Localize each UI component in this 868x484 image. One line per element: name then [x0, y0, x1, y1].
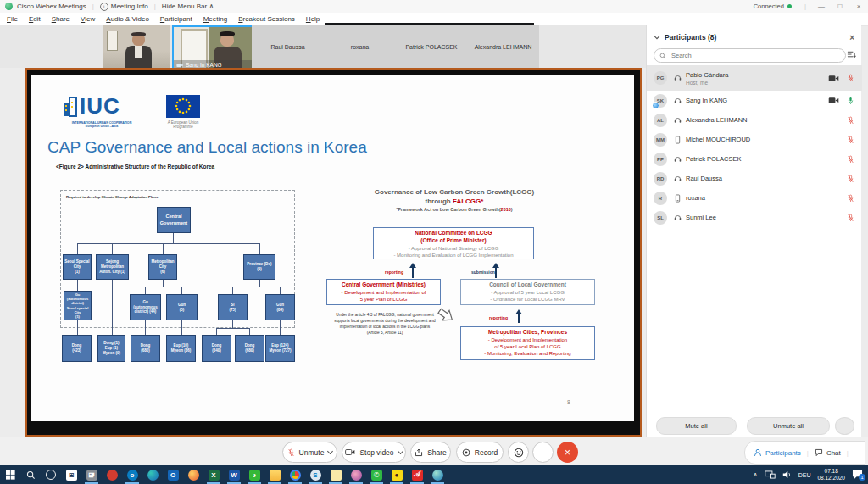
mic-muted-icon[interactable]: [847, 213, 854, 223]
share-button[interactable]: Share: [410, 442, 451, 463]
participant-row[interactable]: PG Pablo Gándara Host, me: [647, 65, 862, 91]
taskbar-icon-kakaotalk[interactable]: ●: [387, 465, 407, 484]
participant-tile[interactable]: Raul Daussa: [252, 25, 325, 68]
search-box[interactable]: [654, 48, 846, 63]
camera-icon: [176, 63, 183, 68]
hide-menu-bar-button[interactable]: Hide Menu Bar ∧: [162, 3, 214, 10]
taskbar-search-button[interactable]: [20, 465, 41, 484]
tray-clock[interactable]: 07:18 08.12.2020: [817, 468, 845, 482]
search-input[interactable]: [670, 51, 817, 60]
taskbar-icon-wechat[interactable]: ◕: [244, 465, 264, 484]
taskbar-icon-app-red[interactable]: [102, 465, 122, 484]
footer-more-button[interactable]: ···: [854, 448, 862, 457]
participant-row[interactable]: SK Sang In KANG: [647, 91, 862, 110]
participant-tile[interactable]: Patrick POLACSEK: [396, 25, 468, 68]
panel-more-button[interactable]: ···: [835, 417, 854, 435]
participant-row[interactable]: RD Raul Daussa: [647, 169, 862, 188]
participants-panel: Participants (8) × PG Pablo Gándara Host…: [646, 25, 861, 437]
unmute-all-button[interactable]: Unmute all: [747, 417, 830, 435]
participant-row[interactable]: R roxana: [647, 188, 862, 208]
lcgg-title-line2: through FALCGG*: [310, 197, 598, 205]
chevron-down-icon[interactable]: [654, 34, 660, 41]
more-options-button[interactable]: ···: [532, 442, 554, 463]
participants-toggle-button[interactable]: Participants: [754, 448, 801, 457]
taskbar-icon-chrome[interactable]: [285, 465, 305, 484]
mic-muted-icon[interactable]: [847, 154, 854, 164]
menu-breakout-sessions[interactable]: Breakout Sessions: [238, 15, 295, 23]
mic-muted-icon[interactable]: [847, 193, 854, 203]
reactions-button[interactable]: [508, 442, 529, 463]
tray-chevron-up-icon[interactable]: ∧: [754, 471, 758, 478]
panel-close-icon[interactable]: ×: [849, 33, 854, 42]
taskbar-icon-outlook[interactable]: O: [163, 465, 183, 484]
meeting-info-button[interactable]: Meeting Info: [111, 3, 148, 10]
mic-muted-icon[interactable]: [847, 115, 854, 125]
leave-meeting-button[interactable]: ×: [557, 442, 578, 463]
smiley-icon: [514, 448, 524, 458]
taskbar-icon-whatsapp[interactable]: ✆: [366, 465, 387, 484]
lcgg-title-line1: Governance of Low Carbon Green Growth(LC…: [310, 188, 598, 196]
avatar: MM: [654, 133, 667, 147]
participant-row[interactable]: PP Patrick POLACSEK: [647, 149, 862, 169]
menu-help[interactable]: Help: [306, 15, 320, 23]
close-button[interactable]: ×: [849, 3, 868, 10]
record-button[interactable]: Record: [456, 442, 504, 463]
maximize-button[interactable]: □: [831, 3, 849, 10]
participant-row[interactable]: SL Sunmi Lee: [647, 208, 862, 227]
taskbar-icon-edge[interactable]: [142, 465, 163, 484]
camera-on-icon[interactable]: [828, 75, 839, 82]
menu-audio-video[interactable]: Audio & Video: [106, 15, 149, 23]
taskbar-icon-file-explorer[interactable]: [264, 465, 285, 484]
camera-on-icon[interactable]: [828, 97, 839, 104]
chat-toggle-button[interactable]: Chat: [815, 448, 841, 457]
taskbar-icon-webex[interactable]: [427, 465, 448, 484]
taskbar-icon-acrobat[interactable]: 𝒜: [407, 465, 427, 484]
participant-row[interactable]: AL Alexandra LEHMANN: [647, 110, 862, 130]
taskbar-icon-word[interactable]: W: [224, 465, 244, 484]
tray-language-indicator[interactable]: DEU: [798, 472, 811, 478]
taskbar-icon-store[interactable]: ⊞: [61, 465, 81, 484]
taskbar-icon-skype[interactable]: S: [305, 465, 326, 484]
taskbar-icon-paint-3d[interactable]: [346, 465, 366, 484]
cortana-button[interactable]: [41, 465, 61, 484]
chat-icon: [815, 448, 823, 457]
video-thumbnail-active-speaker[interactable]: Sang In KANG: [172, 25, 253, 71]
org-connector: [216, 328, 217, 335]
mic-muted-icon[interactable]: [847, 135, 854, 145]
notification-center-button[interactable]: 1: [852, 470, 863, 480]
unmute-button[interactable]: Unmute: [282, 442, 337, 463]
lcgg-council-box: Council of Local Government - Approval o…: [460, 279, 595, 305]
menu-share[interactable]: Share: [52, 15, 70, 23]
national-committee-item1: - Approval of National Strategy of LCGG: [374, 245, 533, 252]
menu-edit[interactable]: Edit: [29, 15, 41, 23]
mute-all-button[interactable]: Mute all: [656, 417, 737, 435]
participant-tile[interactable]: Alexandra LEHMANN: [467, 25, 540, 68]
minimize-button[interactable]: —: [812, 3, 831, 10]
video-thumbnail-host[interactable]: [103, 25, 171, 68]
participant-tile[interactable]: roxana: [324, 25, 397, 68]
menu-meeting[interactable]: Meeting: [203, 15, 227, 23]
mic-on-icon[interactable]: [847, 96, 854, 106]
tray-speaker-icon[interactable]: [782, 470, 792, 479]
tray-network-icon[interactable]: [765, 470, 776, 479]
mic-muted-icon[interactable]: [847, 174, 854, 184]
taskbar-icon-firefox[interactable]: [183, 465, 203, 484]
mic-muted-icon[interactable]: [847, 73, 854, 83]
taskbar-icon-excel[interactable]: X: [203, 465, 224, 484]
menu-file[interactable]: File: [7, 15, 18, 23]
taskbar-icon-remote-desktop[interactable]: 🖳: [81, 465, 102, 484]
participant-row[interactable]: MM Michel MOUCHIROUD: [647, 130, 862, 149]
webex-logo-icon: [5, 3, 13, 10]
menu-participant[interactable]: Participant: [160, 15, 192, 23]
menu-view[interactable]: View: [81, 15, 95, 23]
sort-icon[interactable]: [847, 50, 856, 59]
chevron-down-icon[interactable]: [327, 448, 333, 454]
chevron-down-icon[interactable]: [398, 448, 403, 454]
taskbar-icon-webex-teams[interactable]: o: [122, 465, 142, 484]
org-connector: [280, 287, 281, 294]
stop-video-button[interactable]: Stop video: [342, 442, 406, 463]
tile-name: Raul Daussa: [270, 44, 304, 50]
taskbar-icon-sticky-notes[interactable]: [326, 465, 346, 484]
lcgg-national-committee-box: National Committee on LCGG (Office of Pr…: [373, 227, 534, 259]
start-button[interactable]: [0, 465, 20, 484]
